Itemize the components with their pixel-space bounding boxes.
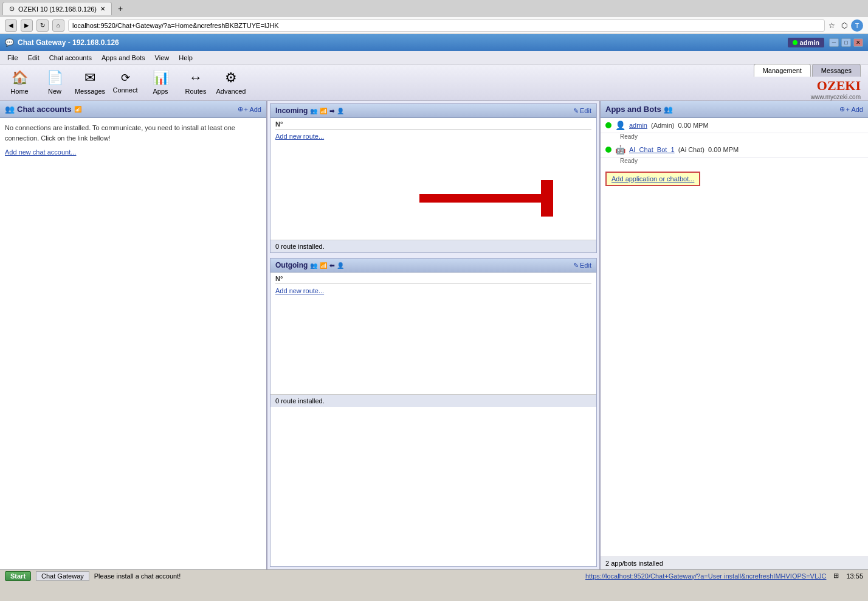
back-btn[interactable]: ◀ (5, 19, 17, 32)
minimize-btn[interactable]: ─ (829, 38, 839, 47)
admin-badge: admin (788, 38, 824, 47)
outgoing-section: Outgoing 👥 📶 ⬅ 👤 ✎ Edit N° Add new route… (270, 258, 597, 567)
chat-accounts-header: 👥 Chat accounts 📶 ⊕ + Add (0, 101, 266, 118)
toolbar-right: Management Messages OZEKI www.myozeki.co… (754, 64, 861, 101)
address-input[interactable] (68, 19, 825, 32)
admin-mpm: 0.00 MPM (678, 122, 708, 129)
toolbar-messages-btn[interactable]: ✉ Messages (73, 66, 107, 99)
app-titlebar-controls: ─ □ ✕ (829, 38, 863, 47)
toolbar-advanced-btn[interactable]: ⚙ Advanced (214, 66, 248, 99)
incoming-header: Incoming 👥 📶 ➡ 👤 ✎ Edit (270, 104, 596, 118)
outgoing-icon2: 📶 (320, 262, 327, 269)
chatbot-status-dot (605, 147, 611, 153)
refresh-btn[interactable]: ↻ (36, 19, 49, 32)
app-entry-chatbot: 🤖 AI_Chat_Bot_1 (Ai Chat) 0.00 MPM (601, 142, 868, 158)
forward-btn[interactable]: ▶ (21, 19, 33, 32)
outgoing-header: Outgoing 👥 📶 ⬅ 👤 ✎ Edit (270, 259, 596, 273)
apps-add-icon: ⊕ (839, 105, 845, 113)
toolbar-new-btn[interactable]: 📄 New (38, 66, 72, 99)
incoming-add-route-link[interactable]: Add new route... (275, 133, 324, 140)
outgoing-edit-icon: ✎ (573, 262, 579, 269)
advanced-icon: ⚙ (225, 70, 237, 86)
toolbar: 🏠 Home 📄 New ✉ Messages ⟳ Connect 📊 Apps… (0, 64, 868, 101)
admin-ready: Ready (601, 133, 868, 142)
incoming-icon3: 👤 (337, 108, 344, 114)
ozeki-sub: www.myozeki.com (811, 94, 861, 101)
menu-bar: File Edit Chat accounts Apps and Bots Vi… (0, 51, 868, 64)
menu-apps-bots[interactable]: Apps and Bots (97, 53, 150, 63)
address-bar: ◀ ▶ ↻ ⌂ ☆ ⬡ T (0, 17, 868, 34)
chat-accounts-title: 👥 Chat accounts 📶 (5, 105, 81, 114)
maximize-btn[interactable]: □ (841, 38, 851, 47)
toolbar-apps-label: Apps (153, 88, 168, 95)
app-entry-admin: 👤 admin (Admin) 0.00 MPM (601, 118, 868, 133)
app-titlebar: 💬 Chat Gateway - 192.168.0.126 admin ─ □… (0, 34, 868, 51)
chat-accounts-body: No connections are installed. To communi… (0, 118, 266, 569)
apps-icon: 👥 (664, 105, 673, 114)
admin-type: (Admin) (651, 122, 675, 129)
chatbot-mpm: 0.00 MPM (708, 146, 739, 153)
admin-name-link[interactable]: admin (629, 122, 647, 129)
incoming-icon1: 👥 (310, 108, 317, 114)
add-app-chatbot-link[interactable]: Add application or chatbot... (605, 172, 700, 186)
chatbot-type: (Ai Chat) (678, 146, 704, 153)
outgoing-arrow-icon: ⬅ (329, 262, 334, 269)
outgoing-route-count: 0 route installed. (270, 394, 596, 407)
chat-accounts-description: No connections are installed. To communi… (5, 123, 261, 143)
incoming-edit-btn[interactable]: ✎ Edit (573, 107, 591, 115)
toolbar-connect-btn[interactable]: ⟳ Connect (108, 66, 142, 99)
user-avatar-btn[interactable]: T (851, 19, 863, 32)
chat-accounts-add-btn[interactable]: ⊕ + Add (238, 105, 261, 113)
tab-close-btn[interactable]: ✕ (100, 5, 105, 12)
add-app-container: Add application or chatbot... (601, 167, 868, 191)
menu-help[interactable]: Help (174, 53, 198, 63)
ext-btn[interactable]: ⬡ (841, 21, 847, 30)
toolbar-routes-btn[interactable]: ↔ Routes (179, 66, 213, 99)
new-tab-btn[interactable]: + (114, 4, 126, 13)
home-nav-btn[interactable]: ⌂ (52, 19, 64, 32)
menu-edit[interactable]: Edit (23, 53, 44, 63)
add-icon: ⊕ (238, 105, 243, 113)
toolbar-new-label: New (48, 88, 61, 95)
browser-tab[interactable]: ⊙ OZEKI 10 (192.168.0.126) ✕ (2, 2, 112, 15)
outgoing-add-route-link[interactable]: Add new route... (275, 287, 324, 294)
close-app-btn[interactable]: ✕ (853, 38, 863, 47)
menu-file[interactable]: File (2, 53, 23, 63)
outgoing-edit-btn[interactable]: ✎ Edit (573, 262, 591, 269)
outgoing-body: N° Add new route... (270, 273, 596, 394)
status-time: 13:55 (846, 572, 863, 580)
toolbar-home-btn[interactable]: 🏠 Home (2, 66, 36, 99)
toolbar-home-label: Home (10, 88, 28, 95)
star-btn[interactable]: ☆ (828, 21, 835, 30)
app-title: Chat Gateway - 192.168.0.126 (18, 38, 119, 47)
chat-accounts-panel: 👥 Chat accounts 📶 ⊕ + Add No connections… (0, 101, 267, 569)
toolbar-apps-btn[interactable]: 📊 Apps (143, 66, 177, 99)
tab-management[interactable]: Management (754, 64, 811, 77)
outgoing-icon3: 👤 (337, 262, 344, 269)
chatbot-name-link[interactable]: AI_Chat_Bot_1 (629, 146, 675, 153)
tab-messages[interactable]: Messages (812, 64, 861, 77)
status-text: Please install a chat account! (94, 572, 181, 580)
routes-panel: Incoming 👥 📶 ➡ 👤 ✎ Edit N° Add new route… (267, 101, 601, 569)
toolbar-buttons: 🏠 Home 📄 New ✉ Messages ⟳ Connect 📊 Apps… (2, 66, 248, 99)
start-btn[interactable]: Start (5, 571, 31, 581)
apps-add-btn[interactable]: ⊕ + Add (839, 105, 863, 113)
outgoing-col-header: N° (275, 275, 591, 284)
tab-title: OZEKI 10 (192.168.0.126) (18, 5, 97, 13)
online-dot (793, 40, 797, 45)
menu-chat-accounts[interactable]: Chat accounts (44, 53, 97, 63)
outgoing-title: Outgoing 👥 📶 ⬅ 👤 (275, 261, 344, 269)
new-icon: 📄 (47, 70, 63, 86)
home-icon: 🏠 (12, 70, 28, 86)
add-chat-account-link[interactable]: Add new chat account... (5, 148, 76, 156)
menu-view[interactable]: View (150, 53, 174, 63)
apps-bots-title: Apps and Bots 👥 (605, 105, 673, 114)
app-icon: 💬 (5, 38, 14, 47)
status-bar: Start Chat Gateway Please install a chat… (0, 569, 868, 582)
chatbot-icon: 🤖 (615, 145, 625, 155)
app-wrapper: 💬 Chat Gateway - 192.168.0.126 admin ─ □… (0, 34, 868, 569)
incoming-arrow-icon: ➡ (329, 108, 334, 114)
chat-gateway-btn[interactable]: Chat Gateway (36, 571, 89, 581)
toolbar-routes-label: Routes (185, 88, 207, 95)
outgoing-icon1: 👥 (310, 262, 317, 269)
